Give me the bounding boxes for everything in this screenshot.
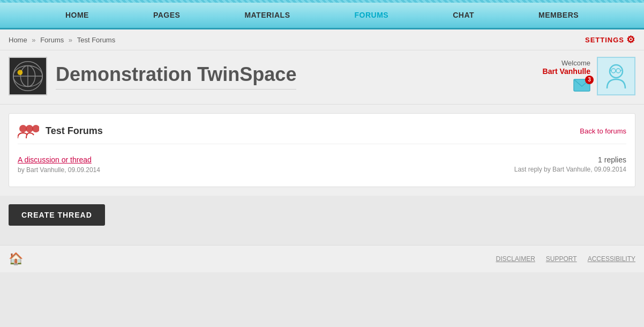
nav-item-pages[interactable]: PAGES xyxy=(121,6,212,24)
user-name[interactable]: Bart Vanhulle xyxy=(543,67,590,76)
back-to-forums-link[interactable]: Back to forums xyxy=(580,127,626,135)
breadcrumb-forums[interactable]: Forums xyxy=(40,36,64,44)
thread-replies: 1 replies xyxy=(514,155,626,164)
user-avatar[interactable] xyxy=(597,57,635,95)
site-logo xyxy=(9,57,47,95)
top-navigation: HOME PAGES MATERIALS FORUMS CHAT MEMBERS xyxy=(0,0,644,29)
create-thread-section: CREATE THREAD xyxy=(0,196,644,234)
footer-bar: 🏠 DISCLAIMER SUPPORT ACCESSIBILITY xyxy=(0,245,644,272)
svg-point-9 xyxy=(611,69,616,73)
forum-card: Test Forums Back to forums A discussion … xyxy=(9,113,635,187)
avatar-icon xyxy=(603,62,630,91)
nav-item-chat[interactable]: CHAT xyxy=(421,6,506,24)
main-content: Test Forums Back to forums A discussion … xyxy=(0,105,644,196)
home-icon[interactable]: 🏠 xyxy=(9,252,23,266)
nav-item-materials[interactable]: MATERIALS xyxy=(212,6,322,24)
nav-item-members[interactable]: MEMBERS xyxy=(506,6,611,24)
svg-line-12 xyxy=(610,70,611,71)
message-badge: 3 xyxy=(585,76,594,84)
nav-item-forums[interactable]: FORUMS xyxy=(323,6,421,24)
thread-stats: 1 replies Last reply by Bart Vanhulle, 0… xyxy=(514,155,626,173)
svg-point-15 xyxy=(26,125,33,132)
breadcrumb-bar: Home » Forums » Test Forums SETTINGS ⚙ xyxy=(0,29,644,50)
thread-info: A discussion or thread by Bart Vanhulle,… xyxy=(18,155,100,174)
site-title: Demonstration TwinSpace xyxy=(56,63,296,90)
footer-links: DISCLAIMER SUPPORT ACCESSIBILITY xyxy=(496,255,635,263)
settings-link[interactable]: SETTINGS ⚙ xyxy=(585,34,635,46)
thread-last-reply: Last reply by Bart Vanhulle, 09.09.2014 xyxy=(514,166,626,173)
thread-title-link[interactable]: A discussion or thread xyxy=(18,155,92,164)
welcome-block: Welcome Bart Vanhulle 3 xyxy=(543,59,590,94)
header-left: Demonstration TwinSpace xyxy=(9,57,543,95)
breadcrumb-sep-2: » xyxy=(69,36,74,44)
svg-point-16 xyxy=(32,125,39,132)
thread-meta: by Bart Vanhulle, 09.09.2014 xyxy=(18,166,100,174)
message-icon-wrap[interactable]: 3 xyxy=(543,79,590,94)
footer-disclaimer[interactable]: DISCLAIMER xyxy=(496,255,535,263)
settings-label: SETTINGS xyxy=(585,36,624,44)
table-row: A discussion or thread by Bart Vanhulle,… xyxy=(18,151,626,178)
forum-title: Test Forums xyxy=(46,125,103,137)
svg-line-13 xyxy=(620,70,621,71)
footer-support[interactable]: SUPPORT xyxy=(546,255,577,263)
create-thread-button[interactable]: CREATE THREAD xyxy=(9,204,105,226)
breadcrumb-sep-1: » xyxy=(32,36,38,44)
groups-icon xyxy=(18,122,39,139)
breadcrumb: Home » Forums » Test Forums xyxy=(9,36,115,44)
nav-item-home[interactable]: HOME xyxy=(33,6,121,24)
svg-point-14 xyxy=(19,125,27,132)
thread-author: Bart Vanhulle xyxy=(26,166,64,174)
breadcrumb-current: Test Forums xyxy=(77,36,116,44)
footer-accessibility[interactable]: ACCESSIBILITY xyxy=(588,255,635,263)
header-right: Welcome Bart Vanhulle 3 xyxy=(543,57,635,95)
forum-header: Test Forums Back to forums xyxy=(18,122,626,144)
forum-header-left: Test Forums xyxy=(18,122,103,139)
svg-point-10 xyxy=(616,69,620,73)
breadcrumb-home[interactable]: Home xyxy=(9,36,27,44)
svg-point-6 xyxy=(18,70,23,75)
thread-date: 09.09.2014 xyxy=(68,166,100,174)
gear-icon: ⚙ xyxy=(626,34,635,46)
site-header: Demonstration TwinSpace Welcome Bart Van… xyxy=(0,50,644,105)
welcome-text: Welcome xyxy=(543,59,590,67)
